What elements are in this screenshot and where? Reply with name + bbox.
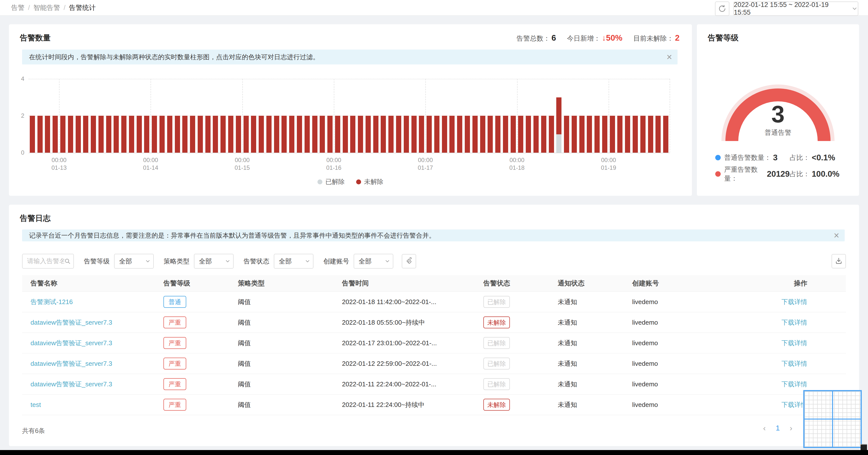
filter-select-3[interactable]: 全部: [274, 254, 313, 269]
breadcrumb-item[interactable]: 告警: [11, 3, 25, 12]
next-page-button[interactable]: ›: [789, 424, 793, 432]
chart-bar-unresolved[interactable]: [53, 116, 58, 153]
chart-bar-unresolved[interactable]: [274, 116, 279, 153]
chart-bar-unresolved[interactable]: [602, 116, 607, 153]
chart-bar-unresolved[interactable]: [213, 116, 218, 153]
chart-bar-unresolved[interactable]: [198, 116, 203, 153]
download-detail-link[interactable]: 下载详情: [781, 298, 807, 305]
chart-bar-unresolved[interactable]: [594, 116, 600, 153]
chart-bar-unresolved[interactable]: [343, 116, 348, 153]
chart-bar-unresolved[interactable]: [541, 116, 546, 153]
chart-bar-unresolved[interactable]: [228, 116, 234, 153]
prev-page-button[interactable]: ‹: [763, 424, 766, 432]
download-detail-link[interactable]: 下载详情: [781, 381, 807, 388]
chart-bar-unresolved[interactable]: [503, 116, 508, 153]
chart-bar-unresolved[interactable]: [259, 116, 264, 153]
chart-bar-unresolved[interactable]: [137, 116, 142, 153]
legend-item[interactable]: 未解除: [356, 177, 383, 186]
chart-bar-unresolved[interactable]: [335, 116, 340, 153]
chart-bar-unresolved[interactable]: [75, 116, 81, 153]
chart-bar-unresolved[interactable]: [373, 116, 378, 153]
chart-bar-unresolved[interactable]: [655, 116, 661, 153]
chart-bar-resolved[interactable]: [556, 134, 561, 153]
chart-bar-unresolved[interactable]: [320, 116, 325, 153]
chart-bar-unresolved[interactable]: [68, 116, 73, 153]
chart-bar-unresolved[interactable]: [625, 116, 630, 153]
chart-bar-unresolved[interactable]: [510, 116, 516, 153]
chart-bar-unresolved[interactable]: [587, 116, 592, 153]
breadcrumb-item[interactable]: 智能告警: [33, 3, 60, 12]
chart-bar-unresolved[interactable]: [37, 116, 43, 153]
alert-name-link[interactable]: 告警测试-1216: [31, 298, 73, 305]
chart-bar-unresolved[interactable]: [60, 116, 65, 153]
chart-bar-unresolved[interactable]: [457, 116, 462, 153]
alert-name-link[interactable]: dataview告警验证_server7.3: [31, 339, 112, 347]
chart-bar-unresolved[interactable]: [396, 116, 401, 153]
chart-bar-unresolved[interactable]: [129, 116, 134, 153]
chart-bar-unresolved[interactable]: [244, 116, 249, 153]
download-detail-link[interactable]: 下载详情: [781, 339, 807, 347]
chart-bar-unresolved[interactable]: [91, 116, 96, 153]
chart-bar-unresolved[interactable]: [419, 116, 424, 153]
chart-bar-unresolved[interactable]: [495, 116, 500, 153]
chart-bar-unresolved[interactable]: [159, 116, 165, 153]
chart-bar-unresolved[interactable]: [381, 116, 386, 153]
chart-bar-unresolved[interactable]: [305, 116, 310, 153]
download-detail-link[interactable]: 下载详情: [781, 360, 807, 367]
chart-bar-unresolved[interactable]: [297, 116, 302, 153]
download-detail-link[interactable]: 下载详情: [781, 319, 807, 326]
chart-bar-unresolved[interactable]: [450, 116, 455, 153]
chart-bar-unresolved[interactable]: [106, 116, 111, 153]
chart-bar-unresolved[interactable]: [564, 116, 569, 153]
chart-bar-unresolved[interactable]: [366, 116, 371, 153]
chart-bar-unresolved[interactable]: [556, 97, 561, 134]
clear-filter-button[interactable]: [402, 254, 416, 268]
chart-bar-unresolved[interactable]: [281, 116, 287, 153]
date-range-picker[interactable]: 2022-01-12 15:55 ~ 2022-01-19 15:55: [733, 1, 858, 16]
chart-bar-unresolved[interactable]: [480, 116, 485, 153]
chart-bar-unresolved[interactable]: [633, 116, 638, 153]
chart-bar-unresolved[interactable]: [350, 116, 355, 153]
chart-bar-unresolved[interactable]: [663, 116, 669, 153]
chart-bar-unresolved[interactable]: [404, 116, 409, 153]
alert-name-link[interactable]: dataview告警验证_server7.3: [31, 360, 112, 367]
alert-name-link[interactable]: dataview告警验证_server7.3: [31, 319, 112, 326]
chart-bar-unresolved[interactable]: [465, 116, 470, 153]
chart-bar-unresolved[interactable]: [389, 116, 394, 153]
chart-bar-unresolved[interactable]: [434, 116, 439, 153]
chart-bar-unresolved[interactable]: [45, 116, 50, 153]
chart-bar-unresolved[interactable]: [533, 116, 539, 153]
legend-item[interactable]: 已解除: [317, 177, 345, 186]
chart-bar-unresolved[interactable]: [579, 116, 585, 153]
filter-select-2[interactable]: 全部: [194, 254, 234, 269]
chart-bar-unresolved[interactable]: [83, 116, 88, 153]
chart-bar-unresolved[interactable]: [640, 116, 646, 153]
chart-bar-unresolved[interactable]: [472, 116, 478, 153]
download-button[interactable]: [832, 254, 846, 268]
chart-bar-unresolved[interactable]: [648, 116, 653, 153]
chart-bar-unresolved[interactable]: [312, 116, 317, 153]
chart-bar-unresolved[interactable]: [411, 116, 416, 153]
chart-bar-unresolved[interactable]: [610, 116, 615, 153]
chart-bar-unresolved[interactable]: [182, 116, 187, 153]
chart-bar-unresolved[interactable]: [220, 116, 226, 153]
alert-name-link[interactable]: dataview告警验证_server7.3: [31, 381, 112, 388]
chart-bar-unresolved[interactable]: [266, 116, 272, 153]
chart-bar-unresolved[interactable]: [617, 116, 622, 153]
chart-bar-unresolved[interactable]: [571, 116, 577, 153]
refresh-button[interactable]: [715, 1, 730, 16]
search-input[interactable]: [27, 255, 65, 267]
chart-bar-unresolved[interactable]: [358, 116, 363, 153]
chart-bar-unresolved[interactable]: [114, 116, 119, 153]
close-icon[interactable]: ×: [666, 52, 672, 62]
chart-bar-unresolved[interactable]: [98, 116, 104, 153]
chart-bar-unresolved[interactable]: [152, 116, 157, 153]
chart-bar-unresolved[interactable]: [190, 116, 195, 153]
chart-bar-unresolved[interactable]: [549, 116, 554, 153]
page-number-1[interactable]: 1: [776, 424, 780, 432]
chart-bar-unresolved[interactable]: [144, 116, 149, 153]
chart-bar-unresolved[interactable]: [121, 116, 126, 153]
close-icon[interactable]: ×: [834, 231, 839, 240]
alert-name-link[interactable]: test: [31, 401, 41, 409]
chart-bar-unresolved[interactable]: [488, 116, 493, 153]
